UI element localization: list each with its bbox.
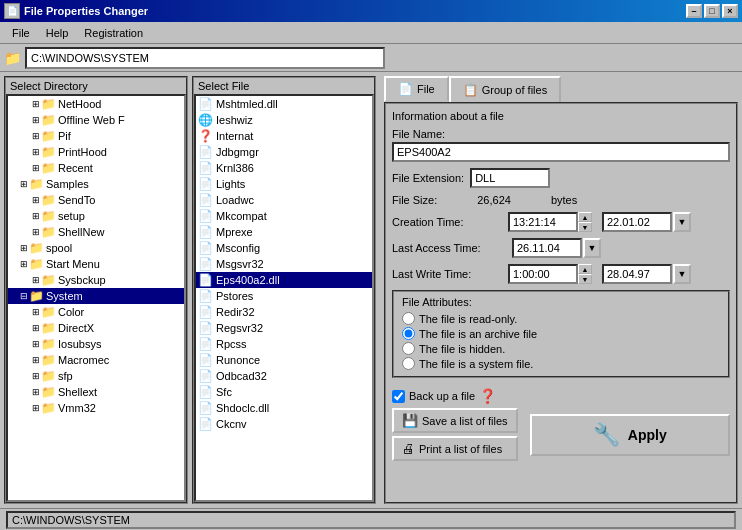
close-button[interactable]: ×	[722, 4, 738, 18]
tree-item[interactable]: ⊞📁Macromec	[8, 352, 184, 368]
backup-checkbox[interactable]	[392, 390, 405, 403]
tree-item[interactable]: ⊞📁Color	[8, 304, 184, 320]
creation-date-dropdown[interactable]: ▼	[673, 212, 691, 232]
attribute-radio[interactable]	[402, 357, 415, 370]
tree-item[interactable]: ⊞📁Pif	[8, 128, 184, 144]
file-item[interactable]: 📄Redir32	[196, 304, 372, 320]
file-item[interactable]: 📄Regsvr32	[196, 320, 372, 336]
tree-item[interactable]: ⊞📁PrintHood	[8, 144, 184, 160]
tree-item[interactable]: ⊞📁Sysbckup	[8, 272, 184, 288]
tree-item[interactable]: ⊞📁ShellNew	[8, 224, 184, 240]
save-list-button[interactable]: 💾 Save a list of files	[392, 408, 518, 433]
tree-item[interactable]: ⊟📁System	[8, 288, 184, 304]
tree-item[interactable]: ⊞📁Start Menu	[8, 256, 184, 272]
tree-item[interactable]: ⊞📁DirectX	[8, 320, 184, 336]
directory-tree[interactable]: ⊞📁NetHood⊞📁Offline Web F⊞📁Pif⊞📁PrintHood…	[6, 94, 186, 502]
tree-indent	[8, 296, 20, 297]
file-item[interactable]: 🌐Ieshwiz	[196, 112, 372, 128]
apply-button[interactable]: 🔧 Apply	[530, 414, 730, 456]
attribute-radio[interactable]	[402, 342, 415, 355]
maximize-button[interactable]: □	[704, 4, 720, 18]
last-write-time-spinner-btns: ▲ ▼	[578, 264, 592, 284]
print-list-button[interactable]: 🖨 Print a list of files	[392, 436, 518, 461]
file-item-label: Pstores	[216, 290, 253, 302]
file-list[interactable]: 📄Mshtmled.dll🌐Ieshwiz❓Internat📄Jdbgmgr📄K…	[194, 94, 374, 502]
file-item[interactable]: 📄Msconfig	[196, 240, 372, 256]
tree-item-label: System	[46, 290, 83, 302]
creation-date-input[interactable]	[602, 212, 672, 232]
print-icon: 🖨	[402, 441, 415, 456]
tree-item[interactable]: ⊞📁Shellext	[8, 384, 184, 400]
creation-time-up[interactable]: ▲	[578, 212, 592, 222]
file-item[interactable]: 📄Odbcad32	[196, 368, 372, 384]
file-ext-input[interactable]	[470, 168, 550, 188]
menu-registration[interactable]: Registration	[76, 25, 151, 41]
tree-item[interactable]: ⊞📁Vmm32	[8, 400, 184, 416]
last-write-date-dropdown[interactable]: ▼	[673, 264, 691, 284]
tree-item[interactable]: ⊞📁Recent	[8, 160, 184, 176]
tree-indent	[8, 120, 20, 121]
app-icon: 📄	[4, 3, 20, 19]
file-size-label: File Size:	[392, 194, 437, 206]
file-item[interactable]: 📄Krnl386	[196, 160, 372, 176]
folder-icon: 📁	[41, 337, 56, 351]
last-write-time-down[interactable]: ▼	[578, 274, 592, 284]
file-item[interactable]: 📄Rpcss	[196, 336, 372, 352]
attribute-label: The file is read-only.	[419, 313, 517, 325]
tree-item[interactable]: ⊞📁Samples	[8, 176, 184, 192]
creation-time-down[interactable]: ▼	[578, 222, 592, 232]
tree-item[interactable]: ⊞📁Offline Web F	[8, 112, 184, 128]
last-write-time-input[interactable]	[508, 264, 578, 284]
tree-indent	[20, 392, 32, 393]
last-write-time-up[interactable]: ▲	[578, 264, 592, 274]
file-item[interactable]: 📄Ckcnv	[196, 416, 372, 432]
tab-file[interactable]: 📄 File	[384, 76, 449, 102]
file-item-label: Ckcnv	[216, 418, 247, 430]
last-access-date-group: ▼	[512, 238, 601, 258]
file-item-label: Loadwc	[216, 194, 254, 206]
file-item[interactable]: 📄Mkcompat	[196, 208, 372, 224]
tree-item[interactable]: ⊞📁spool	[8, 240, 184, 256]
file-item[interactable]: 📄Mprexe	[196, 224, 372, 240]
minimize-button[interactable]: –	[686, 4, 702, 18]
tab-group-of-files[interactable]: 📋 Group of files	[449, 76, 561, 102]
tree-item-label: Offline Web F	[58, 114, 125, 126]
file-type-icon: 📄	[198, 401, 213, 415]
file-item[interactable]: 📄Runonce	[196, 352, 372, 368]
file-item[interactable]: ❓Internat	[196, 128, 372, 144]
last-access-date-dropdown[interactable]: ▼	[583, 238, 601, 258]
last-write-date-input[interactable]	[602, 264, 672, 284]
file-item[interactable]: 📄Lights	[196, 176, 372, 192]
tree-item-label: ShellNew	[58, 226, 104, 238]
file-name-section: File Name:	[392, 128, 730, 162]
tree-item[interactable]: ⊞📁Iosubsys	[8, 336, 184, 352]
tree-item[interactable]: ⊞📁setup	[8, 208, 184, 224]
file-type-icon: 📄	[198, 241, 213, 255]
file-item[interactable]: 📄Jdbgmgr	[196, 144, 372, 160]
menu-help[interactable]: Help	[38, 25, 77, 41]
tree-indent	[20, 408, 32, 409]
file-name-input[interactable]	[392, 142, 730, 162]
group-tab-icon: 📋	[463, 83, 478, 97]
file-item[interactable]: 📄Pstores	[196, 288, 372, 304]
last-access-date-input[interactable]	[512, 238, 582, 258]
tree-expand-icon: ⊞	[20, 179, 28, 189]
file-item[interactable]: 📄Shdoclc.dll	[196, 400, 372, 416]
address-input[interactable]	[25, 47, 385, 69]
file-item[interactable]: 📄Loadwc	[196, 192, 372, 208]
tree-expand-icon: ⊞	[32, 147, 40, 157]
tree-expand-icon: ⊞	[32, 275, 40, 285]
file-item[interactable]: 📄Msgsvr32	[196, 256, 372, 272]
tree-item[interactable]: ⊞📁SendTo	[8, 192, 184, 208]
file-item[interactable]: 📄Sfc	[196, 384, 372, 400]
tree-item[interactable]: ⊞📁sfp	[8, 368, 184, 384]
attribute-radio[interactable]	[402, 312, 415, 325]
file-item[interactable]: 📄Mshtmled.dll	[196, 96, 372, 112]
status-text: C:\WINDOWS\SYSTEM	[6, 511, 736, 529]
attribute-radio[interactable]	[402, 327, 415, 340]
creation-time-input[interactable]	[508, 212, 578, 232]
file-item[interactable]: 📄Eps400a2.dll	[196, 272, 372, 288]
menu-file[interactable]: File	[4, 25, 38, 41]
file-item-label: Eps400a2.dll	[216, 274, 280, 286]
tree-item[interactable]: ⊞📁NetHood	[8, 96, 184, 112]
